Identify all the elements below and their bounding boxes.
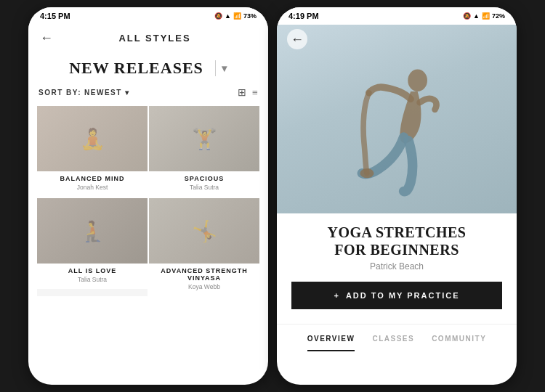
hero-title: YOGA STRETCHES FOR BEGINNERS bbox=[291, 224, 502, 258]
card-all-is-love[interactable]: 🧎 ALL IS LOVE Talia Sutra bbox=[37, 198, 148, 296]
card-image-3: 🧎 bbox=[37, 198, 148, 264]
svg-point-0 bbox=[408, 69, 427, 91]
right-wifi-icon: ▲ bbox=[473, 12, 480, 20]
card-image-1: 🧘 bbox=[37, 106, 148, 171]
tabs-bar: OVERVIEW CLASSES COMMUNITY bbox=[277, 324, 517, 351]
card-advanced-vinyasa[interactable]: 🤸 ADVANCED STRENGTH VINYASA Koya Webb bbox=[149, 198, 259, 296]
card-title-1: BALANCED MIND bbox=[40, 175, 145, 182]
sort-bar: SORT BY: NEWEST ▾ ⊞ ≡ bbox=[28, 82, 268, 103]
right-nav-overlay: ← bbox=[277, 25, 517, 54]
signal-icon: 📶 bbox=[233, 12, 241, 20]
left-status-bar: 4:15 PM 🔕 ▲ 📶 73% bbox=[28, 7, 268, 25]
card-spacious[interactable]: 🏋️ SPACIOUS Talia Sutra bbox=[149, 106, 259, 197]
left-nav-title: ALL STYLES bbox=[53, 33, 257, 44]
battery-pct: 73% bbox=[243, 12, 257, 20]
card-subtitle-4: Koya Webb bbox=[152, 283, 257, 290]
tab-classes[interactable]: CLASSES bbox=[372, 335, 414, 351]
right-phone: 4:19 PM 🔕 ▲ 📶 72% bbox=[277, 7, 517, 385]
card-title-2: SPACIOUS bbox=[152, 175, 257, 182]
card-info-3: ALL IS LOVE Talia Sutra bbox=[37, 264, 148, 289]
section-title: NEW RELEASES ▾ bbox=[28, 59, 268, 78]
card-title-4: ADVANCED STRENGTH VINYASA bbox=[152, 267, 257, 282]
mute-icon: 🔕 bbox=[214, 12, 222, 20]
card-subtitle-2: Talia Sutra bbox=[152, 184, 257, 191]
right-mute-icon: 🔕 bbox=[463, 12, 471, 20]
card-info-4: ADVANCED STRENGTH VINYASA Koya Webb bbox=[149, 264, 259, 296]
list-view-icon[interactable]: ≡ bbox=[252, 87, 258, 99]
person-figure-1: 🧘 bbox=[80, 127, 105, 151]
wifi-icon: ▲ bbox=[225, 12, 231, 20]
sort-value: NEWEST bbox=[84, 89, 122, 97]
left-back-button[interactable]: ← bbox=[40, 30, 53, 46]
card-image-2: 🏋️ bbox=[149, 106, 259, 171]
divider bbox=[215, 60, 216, 76]
tab-overview[interactable]: OVERVIEW bbox=[307, 335, 355, 351]
yoga-person-svg bbox=[350, 61, 444, 213]
sort-arrow: ▾ bbox=[125, 89, 130, 97]
hero-instructor: Patrick Beach bbox=[291, 261, 502, 271]
add-button-label: ADD TO MY PRACTICE bbox=[346, 291, 460, 300]
card-subtitle-1: Jonah Kest bbox=[40, 184, 145, 191]
card-subtitle-3: Talia Sutra bbox=[40, 276, 145, 283]
hero-section: ← bbox=[277, 25, 517, 213]
hero-content: YOGA STRETCHES FOR BEGINNERS Patrick Bea… bbox=[277, 213, 517, 317]
section-header: NEW RELEASES ▾ bbox=[28, 52, 268, 82]
card-title-3: ALL IS LOVE bbox=[40, 267, 145, 274]
sort-label[interactable]: SORT BY: NEWEST ▾ bbox=[39, 89, 129, 97]
right-status-bar: 4:19 PM 🔕 ▲ 📶 72% bbox=[277, 7, 517, 25]
card-image-4: 🤸 bbox=[149, 198, 259, 264]
right-status-icons: 🔕 ▲ 📶 72% bbox=[463, 12, 505, 20]
person-figure-4: 🤸 bbox=[192, 219, 217, 243]
card-balanced-mind[interactable]: 🧘 BALANCED MIND Jonah Kest bbox=[37, 106, 148, 197]
left-status-icons: 🔕 ▲ 📶 73% bbox=[214, 12, 257, 20]
phones-container: 4:15 PM 🔕 ▲ 📶 73% ← ALL STYLES NEW RELEA… bbox=[28, 7, 517, 385]
tab-community[interactable]: COMMUNITY bbox=[432, 335, 486, 351]
left-phone: 4:15 PM 🔕 ▲ 📶 73% ← ALL STYLES NEW RELEA… bbox=[28, 7, 268, 385]
card-info-1: BALANCED MIND Jonah Kest bbox=[37, 171, 148, 197]
grid-view-icon[interactable]: ⊞ bbox=[238, 86, 246, 99]
person-figure-2: 🏋️ bbox=[192, 127, 217, 151]
left-time: 4:15 PM bbox=[40, 12, 70, 20]
right-back-button[interactable]: ← bbox=[287, 29, 307, 49]
add-plus-icon: + bbox=[334, 291, 339, 300]
cards-grid: 🧘 BALANCED MIND Jonah Kest 🏋️ SPACIOUS T… bbox=[28, 103, 268, 299]
right-time: 4:19 PM bbox=[288, 12, 319, 20]
right-signal-icon: 📶 bbox=[482, 12, 490, 20]
view-icons: ⊞ ≡ bbox=[238, 86, 258, 99]
right-battery-pct: 72% bbox=[492, 12, 505, 20]
card-info-2: SPACIOUS Talia Sutra bbox=[149, 171, 259, 197]
add-to-practice-button[interactable]: + ADD TO MY PRACTICE bbox=[291, 282, 502, 309]
section-dropdown-arrow[interactable]: ▾ bbox=[222, 62, 227, 75]
person-figure-3: 🧎 bbox=[80, 219, 105, 243]
left-nav-bar: ← ALL STYLES bbox=[28, 25, 268, 52]
